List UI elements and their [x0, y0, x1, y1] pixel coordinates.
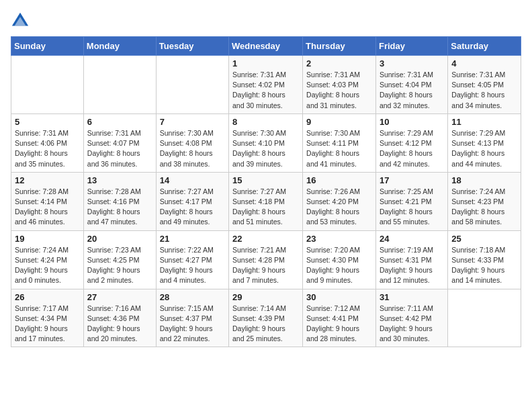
day-number: 17	[380, 175, 444, 185]
day-number: 3	[380, 58, 444, 68]
day-number: 14	[160, 175, 225, 185]
calendar-day-cell: 13Sunrise: 7:28 AM Sunset: 4:16 PM Dayli…	[83, 172, 156, 230]
calendar-day-cell: 28Sunrise: 7:15 AM Sunset: 4:37 PM Dayli…	[156, 289, 228, 347]
day-info: Sunrise: 7:29 AM Sunset: 4:13 PM Dayligh…	[451, 128, 517, 169]
day-info: Sunrise: 7:19 AM Sunset: 4:31 PM Dayligh…	[380, 245, 444, 286]
empty-day-cell	[11, 56, 84, 114]
empty-day-cell	[156, 56, 228, 114]
calendar-week-row: 26Sunrise: 7:17 AM Sunset: 4:34 PM Dayli…	[11, 289, 521, 347]
day-info: Sunrise: 7:31 AM Sunset: 4:04 PM Dayligh…	[380, 70, 444, 111]
day-info: Sunrise: 7:11 AM Sunset: 4:42 PM Dayligh…	[380, 304, 444, 345]
weekday-header-tuesday: Tuesday	[156, 37, 228, 56]
day-number: 13	[87, 175, 152, 185]
calendar-day-cell: 4Sunrise: 7:31 AM Sunset: 4:05 PM Daylig…	[448, 56, 521, 114]
day-info: Sunrise: 7:31 AM Sunset: 4:06 PM Dayligh…	[15, 128, 80, 169]
logo-icon	[11, 11, 30, 30]
day-number: 22	[232, 234, 299, 244]
day-info: Sunrise: 7:30 AM Sunset: 4:10 PM Dayligh…	[232, 128, 299, 169]
day-number: 11	[451, 117, 517, 127]
weekday-header-saturday: Saturday	[448, 37, 521, 56]
day-number: 12	[15, 175, 80, 185]
calendar-day-cell: 29Sunrise: 7:14 AM Sunset: 4:39 PM Dayli…	[229, 289, 303, 347]
day-number: 6	[87, 117, 152, 127]
day-info: Sunrise: 7:26 AM Sunset: 4:20 PM Dayligh…	[306, 187, 372, 228]
calendar-day-cell: 23Sunrise: 7:20 AM Sunset: 4:30 PM Dayli…	[303, 230, 376, 289]
day-number: 27	[87, 292, 152, 302]
day-info: Sunrise: 7:31 AM Sunset: 4:03 PM Dayligh…	[306, 70, 372, 111]
calendar-day-cell: 12Sunrise: 7:28 AM Sunset: 4:14 PM Dayli…	[11, 172, 84, 230]
day-number: 2	[306, 58, 372, 68]
day-number: 26	[15, 292, 80, 302]
calendar-day-cell: 27Sunrise: 7:16 AM Sunset: 4:36 PM Dayli…	[83, 289, 156, 347]
calendar-day-cell: 17Sunrise: 7:25 AM Sunset: 4:21 PM Dayli…	[375, 172, 447, 230]
day-number: 24	[380, 234, 444, 244]
day-info: Sunrise: 7:22 AM Sunset: 4:27 PM Dayligh…	[160, 245, 225, 286]
day-info: Sunrise: 7:20 AM Sunset: 4:30 PM Dayligh…	[306, 245, 372, 286]
day-info: Sunrise: 7:16 AM Sunset: 4:36 PM Dayligh…	[87, 304, 152, 345]
day-info: Sunrise: 7:14 AM Sunset: 4:39 PM Dayligh…	[232, 304, 299, 345]
calendar-day-cell: 30Sunrise: 7:12 AM Sunset: 4:41 PM Dayli…	[303, 289, 376, 347]
weekday-header-friday: Friday	[375, 37, 447, 56]
day-info: Sunrise: 7:21 AM Sunset: 4:28 PM Dayligh…	[232, 245, 299, 286]
calendar-day-cell: 8Sunrise: 7:30 AM Sunset: 4:10 PM Daylig…	[229, 113, 303, 172]
day-number: 20	[87, 234, 152, 244]
calendar-day-cell: 22Sunrise: 7:21 AM Sunset: 4:28 PM Dayli…	[229, 230, 303, 289]
day-number: 8	[232, 117, 299, 127]
day-number: 23	[306, 234, 372, 244]
day-info: Sunrise: 7:25 AM Sunset: 4:21 PM Dayligh…	[380, 187, 444, 228]
day-info: Sunrise: 7:18 AM Sunset: 4:33 PM Dayligh…	[451, 245, 517, 286]
day-number: 10	[380, 117, 444, 127]
day-number: 30	[306, 292, 372, 302]
weekday-header-wednesday: Wednesday	[229, 37, 303, 56]
calendar-day-cell: 15Sunrise: 7:27 AM Sunset: 4:18 PM Dayli…	[229, 172, 303, 230]
calendar-day-cell: 6Sunrise: 7:31 AM Sunset: 4:07 PM Daylig…	[83, 113, 156, 172]
day-info: Sunrise: 7:28 AM Sunset: 4:14 PM Dayligh…	[15, 187, 80, 228]
day-number: 4	[451, 58, 517, 68]
calendar-day-cell: 5Sunrise: 7:31 AM Sunset: 4:06 PM Daylig…	[11, 113, 84, 172]
calendar-week-row: 1Sunrise: 7:31 AM Sunset: 4:02 PM Daylig…	[11, 56, 521, 114]
day-number: 29	[232, 292, 299, 302]
day-number: 1	[232, 58, 299, 68]
calendar-day-cell: 16Sunrise: 7:26 AM Sunset: 4:20 PM Dayli…	[303, 172, 376, 230]
calendar-day-cell: 24Sunrise: 7:19 AM Sunset: 4:31 PM Dayli…	[375, 230, 447, 289]
day-info: Sunrise: 7:31 AM Sunset: 4:02 PM Dayligh…	[232, 70, 299, 111]
calendar-week-row: 5Sunrise: 7:31 AM Sunset: 4:06 PM Daylig…	[11, 113, 521, 172]
calendar-day-cell: 3Sunrise: 7:31 AM Sunset: 4:04 PM Daylig…	[375, 56, 447, 114]
calendar-day-cell: 20Sunrise: 7:23 AM Sunset: 4:25 PM Dayli…	[83, 230, 156, 289]
day-number: 25	[451, 234, 517, 244]
day-info: Sunrise: 7:28 AM Sunset: 4:16 PM Dayligh…	[87, 187, 152, 228]
calendar-table: SundayMondayTuesdayWednesdayThursdayFrid…	[11, 36, 521, 347]
weekday-header-row: SundayMondayTuesdayWednesdayThursdayFrid…	[11, 37, 521, 56]
calendar-day-cell: 14Sunrise: 7:27 AM Sunset: 4:17 PM Dayli…	[156, 172, 228, 230]
day-info: Sunrise: 7:31 AM Sunset: 4:07 PM Dayligh…	[87, 128, 152, 169]
calendar-day-cell: 11Sunrise: 7:29 AM Sunset: 4:13 PM Dayli…	[448, 113, 521, 172]
calendar-week-row: 12Sunrise: 7:28 AM Sunset: 4:14 PM Dayli…	[11, 172, 521, 230]
day-number: 28	[160, 292, 225, 302]
day-info: Sunrise: 7:29 AM Sunset: 4:12 PM Dayligh…	[380, 128, 444, 169]
calendar-day-cell: 7Sunrise: 7:30 AM Sunset: 4:08 PM Daylig…	[156, 113, 228, 172]
day-number: 19	[15, 234, 80, 244]
weekday-header-sunday: Sunday	[11, 37, 84, 56]
day-info: Sunrise: 7:24 AM Sunset: 4:24 PM Dayligh…	[15, 245, 80, 286]
calendar-day-cell: 31Sunrise: 7:11 AM Sunset: 4:42 PM Dayli…	[375, 289, 447, 347]
day-number: 9	[306, 117, 372, 127]
weekday-header-monday: Monday	[83, 37, 156, 56]
day-number: 15	[232, 175, 299, 185]
calendar-day-cell: 18Sunrise: 7:24 AM Sunset: 4:23 PM Dayli…	[448, 172, 521, 230]
calendar-day-cell: 9Sunrise: 7:30 AM Sunset: 4:11 PM Daylig…	[303, 113, 376, 172]
day-info: Sunrise: 7:27 AM Sunset: 4:18 PM Dayligh…	[232, 187, 299, 228]
day-number: 5	[15, 117, 80, 127]
day-number: 18	[451, 175, 517, 185]
page-header	[11, 11, 521, 30]
calendar-day-cell: 10Sunrise: 7:29 AM Sunset: 4:12 PM Dayli…	[375, 113, 447, 172]
weekday-header-thursday: Thursday	[303, 37, 376, 56]
empty-day-cell	[448, 289, 521, 347]
day-info: Sunrise: 7:30 AM Sunset: 4:11 PM Dayligh…	[306, 128, 372, 169]
day-info: Sunrise: 7:17 AM Sunset: 4:34 PM Dayligh…	[15, 304, 80, 345]
logo	[11, 11, 32, 30]
day-number: 7	[160, 117, 225, 127]
day-info: Sunrise: 7:30 AM Sunset: 4:08 PM Dayligh…	[160, 128, 225, 169]
calendar-day-cell: 1Sunrise: 7:31 AM Sunset: 4:02 PM Daylig…	[229, 56, 303, 114]
day-number: 16	[306, 175, 372, 185]
day-info: Sunrise: 7:27 AM Sunset: 4:17 PM Dayligh…	[160, 187, 225, 228]
